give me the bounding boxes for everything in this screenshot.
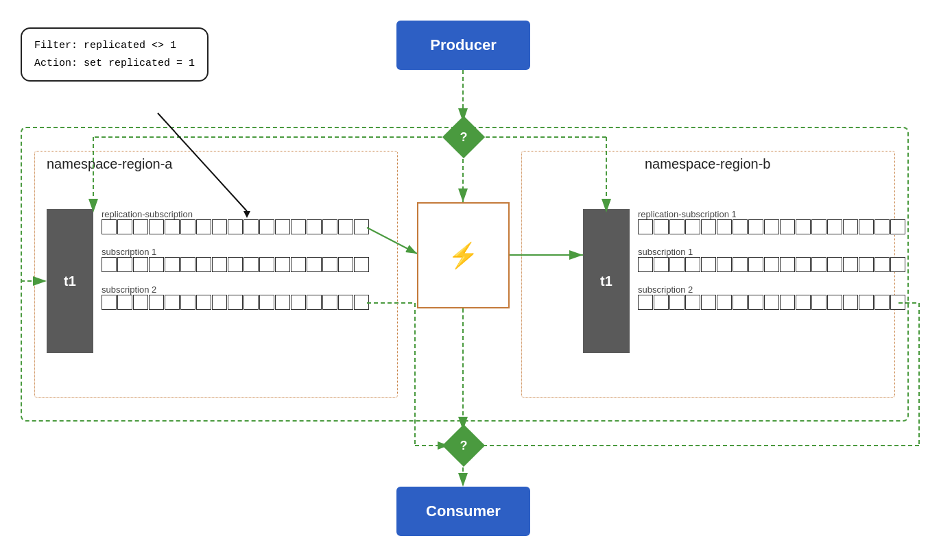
row-cells-b-replication [638, 219, 906, 234]
diagram-container: Filter: replicated <> 1 Action: set repl… [0, 0, 928, 560]
filter-diamond-bottom: ? [442, 424, 485, 467]
consumer-box: Consumer [396, 487, 530, 536]
tooltip-line2: Action: set replicated = 1 [34, 55, 195, 73]
t1-label-a: t1 [64, 273, 76, 289]
consumer-label: Consumer [426, 502, 501, 520]
region-a-label: namespace-region-a [47, 156, 172, 172]
row-cells-a-replication [102, 219, 370, 234]
filter-diamond-top-label: ? [460, 130, 468, 145]
row-cells-b-sub1 [638, 257, 906, 272]
tooltip-line1: Filter: replicated <> 1 [34, 37, 195, 55]
tooltip-box: Filter: replicated <> 1 Action: set repl… [21, 27, 209, 82]
t1-block-b: t1 [583, 209, 630, 353]
row-cells-a-sub1 [102, 257, 370, 272]
row-label-b-sub2: subscription 2 [638, 284, 693, 295]
row-label-a-sub1: subscription 1 [102, 247, 156, 257]
lightning-icon: ⚡ [448, 241, 479, 270]
region-b-label: namespace-region-b [645, 156, 770, 172]
t1-label-b: t1 [600, 273, 612, 289]
row-label-a-sub2: subscription 2 [102, 284, 156, 295]
row-label-b-sub1: subscription 1 [638, 247, 693, 257]
producer-box: Producer [396, 21, 530, 70]
producer-label: Producer [430, 36, 497, 54]
filter-diamond-bottom-label: ? [460, 439, 468, 453]
region-b-box [521, 151, 895, 398]
row-label-b-replication: replication-subscription 1 [638, 209, 737, 219]
row-cells-b-sub2 [638, 295, 906, 310]
row-cells-a-sub2 [102, 295, 370, 310]
function-box: ⚡ [417, 202, 510, 308]
t1-block-a: t1 [47, 209, 93, 353]
row-label-a-replication: replication-subscription [102, 209, 193, 219]
